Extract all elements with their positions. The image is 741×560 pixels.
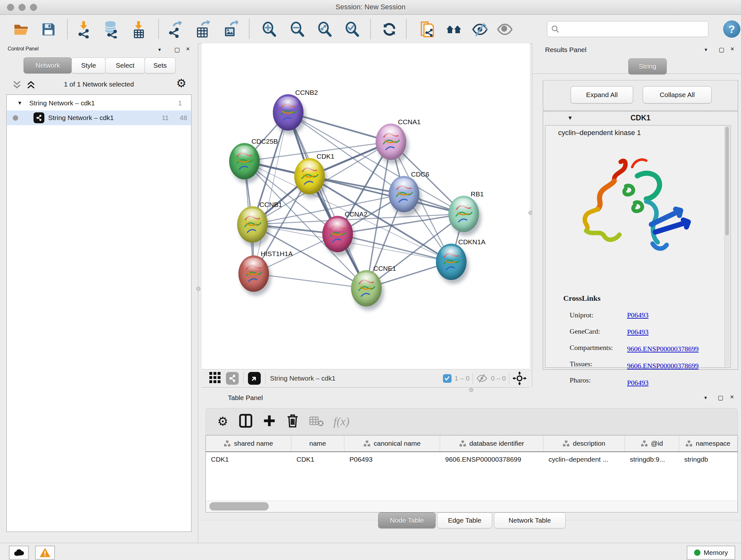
column-header[interactable]: database identifier: [440, 435, 543, 451]
table-toolbar: ⚙ f(x): [205, 408, 738, 435]
table-row[interactable]: CDK1 CDK1 P06493 9606.ENSP00000378699 cy…: [206, 452, 738, 467]
toolbar-separator: [243, 372, 244, 385]
help-icon[interactable]: ?: [723, 20, 740, 38]
cell-description[interactable]: cyclin–dependent ...: [543, 452, 625, 467]
import-network-icon[interactable]: [75, 21, 92, 38]
tab-node-table[interactable]: Node Table: [378, 512, 435, 528]
network-node[interactable]: [237, 206, 268, 243]
function-icon[interactable]: f(x): [333, 415, 349, 428]
zoom-selected-icon[interactable]: [344, 21, 360, 38]
cell-id[interactable]: stringdb:9...: [625, 452, 679, 467]
export-table-icon[interactable]: [194, 21, 211, 38]
open-session-icon[interactable]: [13, 21, 29, 38]
bottom-splitter-handle[interactable]: [469, 388, 473, 392]
panel-menu-icon[interactable]: ▾: [158, 47, 161, 53]
network-node[interactable]: [351, 270, 382, 307]
network-node[interactable]: [229, 143, 260, 179]
zoom-fit-icon[interactable]: [317, 21, 333, 38]
results-scrollbar[interactable]: [724, 126, 730, 367]
tab-network[interactable]: Network: [23, 57, 72, 73]
float-panel-icon[interactable]: ▢: [719, 46, 724, 53]
show-details-icon[interactable]: [496, 21, 513, 38]
column-header[interactable]: @id: [625, 435, 679, 451]
close-panel-icon[interactable]: ✕: [730, 46, 734, 52]
save-session-icon[interactable]: [40, 21, 57, 38]
column-header[interactable]: shared name: [206, 435, 291, 451]
column-header[interactable]: namespace: [679, 435, 737, 451]
import-table-icon[interactable]: [130, 21, 147, 38]
add-column-icon[interactable]: [263, 414, 276, 429]
expand-all-button[interactable]: Expand All: [570, 86, 633, 104]
column-header[interactable]: description: [543, 435, 625, 451]
scrollbar-thumb[interactable]: [209, 502, 269, 510]
grid-view-icon[interactable]: [209, 371, 221, 385]
float-panel-icon[interactable]: ▢: [718, 394, 724, 401]
column-header[interactable]: canonical name: [344, 435, 440, 451]
warning-status-button[interactable]: [35, 546, 55, 560]
crosslink-uniprot[interactable]: P06493: [627, 311, 649, 319]
export-network-icon[interactable]: [166, 21, 183, 38]
tab-style[interactable]: Style: [71, 57, 106, 73]
network-row[interactable]: String Network – cdk1 11 48: [7, 111, 191, 125]
crosslink-label: GeneCard:: [569, 323, 613, 339]
clipboard-share-icon[interactable]: [419, 21, 435, 38]
network-node[interactable]: [239, 255, 269, 292]
crosslink-pharos[interactable]: P06493: [627, 379, 649, 387]
network-node[interactable]: [436, 244, 467, 280]
crosslink-compartments[interactable]: 9606.ENSP00000378699: [627, 345, 698, 353]
refresh-icon[interactable]: [381, 21, 398, 38]
tab-network-table[interactable]: Network Table: [494, 512, 565, 528]
network-node[interactable]: [273, 94, 304, 131]
results-scrollbar-thumb[interactable]: [725, 127, 729, 235]
gear-icon[interactable]: ⚙: [217, 415, 228, 428]
left-splitter-handle[interactable]: [196, 287, 200, 291]
cell-shared-name[interactable]: CDK1: [206, 452, 291, 467]
import-database-icon[interactable]: [103, 21, 119, 38]
network-node[interactable]: [389, 176, 419, 212]
table-horizontal-scrollbar[interactable]: [206, 501, 737, 512]
network-overview-icon[interactable]: [446, 21, 462, 38]
network-node[interactable]: [294, 158, 325, 194]
zoom-out-icon[interactable]: [289, 21, 306, 38]
collection-caret-icon[interactable]: ▼: [17, 100, 22, 106]
hide-details-icon[interactable]: [472, 21, 488, 38]
export-image-icon[interactable]: [221, 21, 238, 38]
float-panel-icon[interactable]: ▢: [174, 46, 180, 53]
cell-name[interactable]: CDK1: [291, 452, 344, 467]
memory-button[interactable]: Memory: [687, 546, 735, 560]
network-node[interactable]: [448, 196, 479, 232]
network-node[interactable]: [322, 216, 353, 252]
cloud-status-button[interactable]: [9, 546, 29, 560]
search-input[interactable]: [562, 25, 704, 33]
cell-database-identifier[interactable]: 9606.ENSP00000378699: [440, 452, 543, 467]
crosslink-tissues[interactable]: 9606.ENSP00000378699: [627, 362, 698, 370]
fit-content-crosshair-icon[interactable]: [513, 371, 527, 385]
birdseye-view-icon[interactable]: [248, 372, 261, 385]
network-view-icon[interactable]: [226, 372, 239, 385]
tab-sets[interactable]: Sets: [145, 57, 176, 73]
zoom-in-icon[interactable]: [261, 21, 278, 38]
close-panel-icon[interactable]: ✕: [730, 394, 734, 400]
crosslink-genecard[interactable]: P06493: [627, 328, 649, 336]
close-panel-icon[interactable]: ✕: [186, 46, 190, 52]
tab-edge-table[interactable]: Edge Table: [437, 512, 492, 528]
split-columns-icon[interactable]: [239, 414, 253, 429]
panel-menu-icon[interactable]: ▾: [704, 47, 707, 53]
cell-canonical-name[interactable]: P06493: [344, 452, 440, 467]
network-collection-row[interactable]: ▼ String Network – cdk1 1: [7, 96, 191, 111]
search-field[interactable]: [547, 21, 709, 37]
network-node[interactable]: [376, 124, 406, 160]
delete-table-icon[interactable]: [309, 415, 324, 428]
panel-menu-icon[interactable]: ▾: [704, 395, 707, 401]
delete-icon[interactable]: [286, 414, 299, 429]
selected-checkbox-icon[interactable]: [443, 374, 452, 383]
network-options-gear-icon[interactable]: ⚙: [176, 77, 186, 90]
collapse-all-button[interactable]: Collapse All: [643, 86, 712, 104]
network-label: String Network – cdk1: [48, 114, 114, 122]
column-header[interactable]: name: [291, 435, 344, 451]
cell-namespace[interactable]: stringdb: [679, 452, 737, 467]
tab-string[interactable]: String: [628, 58, 667, 74]
tab-select[interactable]: Select: [105, 57, 145, 73]
network-canvas[interactable]: CCNB2CCNA1CDC25BCDK1CDC6RB1CCNB1CCNA2CDK…: [202, 44, 530, 369]
crosslink-label: Pharos:: [569, 372, 613, 388]
